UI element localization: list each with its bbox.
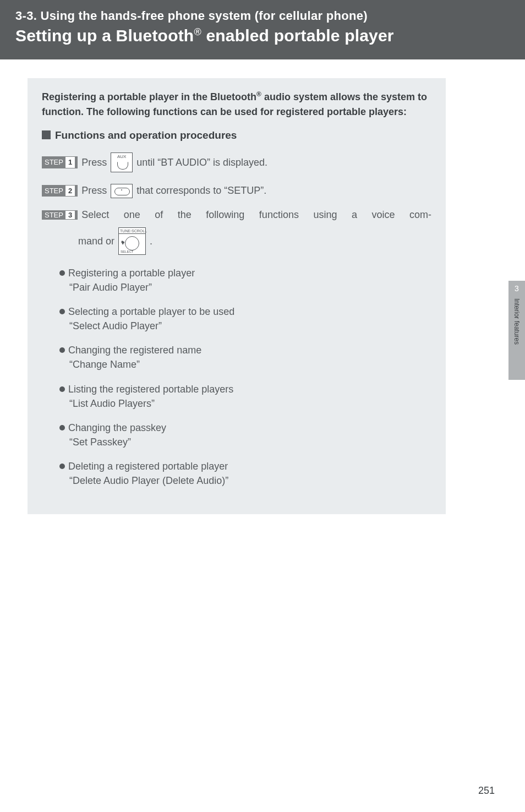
func-command: “Select Audio Player”	[69, 319, 431, 333]
step1-pre: Press	[81, 155, 107, 170]
tune-scroll-knob-icon: TUNE·SCROLL SELECT	[118, 227, 146, 255]
bullet-icon	[59, 464, 65, 469]
step-label: STEP	[45, 186, 63, 197]
intro-paragraph: Registering a portable player in the Blu…	[42, 89, 431, 119]
arrow-icon	[121, 241, 124, 245]
bullet-icon	[59, 309, 65, 314]
bullet-icon	[59, 347, 65, 353]
func-command: “Set Passkey”	[69, 435, 431, 449]
side-tab-label: Interior features	[513, 298, 521, 345]
func-title: Listing the registered portable players	[68, 384, 233, 395]
side-tab-number: 3	[508, 281, 525, 293]
func-title: Selecting a portable player to be used	[68, 306, 234, 317]
step-label: STEP	[45, 157, 63, 168]
func-command: “Change Name”	[69, 357, 431, 372]
title-pre: Setting up a Bluetooth	[15, 26, 194, 45]
func-title: Deleting a registered portable player	[68, 461, 228, 472]
step-badge: STEP 2	[42, 185, 78, 197]
page-header: 3-3. Using the hands-free phone system (…	[0, 0, 525, 59]
step1-post: until “BT AUDIO” is displayed.	[136, 155, 267, 170]
func-command: “Delete Audio Player (Delete Audio)”	[69, 473, 431, 488]
step-number: 2	[65, 186, 75, 197]
func-title: Changing the registered name	[68, 345, 201, 356]
side-tab: 3 Interior features	[508, 281, 525, 380]
step-label: STEP	[45, 211, 63, 219]
section-title: Setting up a Bluetooth® enabled portable…	[15, 26, 510, 45]
step-badge: STEP 3	[42, 210, 78, 220]
list-item: Listing the registered portable players …	[59, 382, 431, 411]
func-title: Changing the passkey	[68, 422, 166, 433]
dial-icon	[125, 236, 139, 250]
function-list: Registering a portable player “Pair Audi…	[59, 266, 431, 488]
step-3: STEP 3 Select one of the following funct…	[42, 209, 431, 255]
list-item: Deleting a registered portable player “D…	[59, 459, 431, 488]
registered-symbol-icon: ®	[256, 90, 261, 98]
step2-pre: Press	[81, 183, 107, 198]
subheading-text: Functions and operation procedures	[55, 129, 237, 141]
content-panel: Registering a portable player in the Blu…	[28, 78, 446, 514]
preset-button-icon	[111, 184, 133, 198]
step3-tail-post: .	[150, 236, 152, 247]
sub-heading: Functions and operation procedures	[42, 129, 431, 141]
step-badge: STEP 1	[42, 156, 78, 168]
list-item: Changing the passkey “Set Passkey”	[59, 421, 431, 449]
func-title: Registering a portable player	[68, 268, 195, 279]
knob-top-label: TUNE·SCROLL	[119, 229, 145, 234]
step-2: STEP 2 Press that corresponds to “SETUP”…	[42, 183, 431, 198]
func-command: “List Audio Players”	[69, 396, 431, 411]
bullet-icon	[59, 386, 65, 392]
bullet-icon	[59, 270, 65, 276]
content-area: Registering a portable player in the Blu…	[0, 59, 525, 514]
aux-label: AUX	[117, 154, 126, 159]
step-1: STEP 1 Press AUX until “BT AUDIO” is dis…	[42, 152, 431, 172]
title-post: enabled portable player	[201, 26, 394, 45]
list-item: Selecting a portable player to be used “…	[59, 304, 431, 333]
list-item: Registering a portable player “Pair Audi…	[59, 266, 431, 295]
page-number: 251	[478, 785, 495, 797]
step3-tail-pre: mand or	[78, 236, 114, 247]
func-command: “Pair Audio Player”	[69, 280, 431, 295]
step3-text: Select one of the following functions us…	[81, 209, 431, 221]
aux-button-icon: AUX	[111, 152, 133, 172]
knob-select-label: SELECT	[121, 250, 133, 253]
square-marker-icon	[42, 130, 51, 139]
intro-pre: Registering a portable player in the Blu…	[42, 91, 256, 102]
bullet-icon	[59, 425, 65, 430]
step2-post: that corresponds to “SETUP”.	[136, 183, 266, 198]
step-number: 1	[65, 157, 75, 168]
step-number: 3	[65, 211, 75, 219]
section-id: 3-3. Using the hands-free phone system (…	[15, 9, 510, 23]
list-item: Changing the registered name “Change Nam…	[59, 343, 431, 372]
registered-symbol-icon: ®	[194, 26, 201, 37]
